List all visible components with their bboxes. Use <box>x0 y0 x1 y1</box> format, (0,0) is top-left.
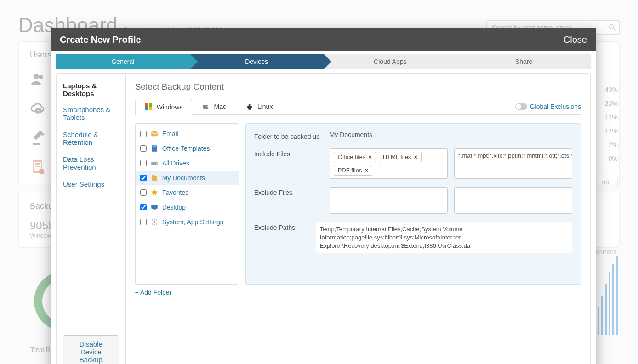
mail-icon <box>150 130 159 138</box>
step-general[interactable]: General <box>56 54 190 69</box>
nav-dlp[interactable]: Data Loss Prevention <box>63 155 119 171</box>
include-chipbox[interactable]: Office files×HTML files×PDF files× <box>330 148 448 179</box>
backup-details-panel: Folder to be backed up My Documents Incl… <box>245 123 581 285</box>
doc-icon <box>150 174 159 182</box>
desktop-icon <box>150 203 159 211</box>
nav-usersettings[interactable]: User Settings <box>63 180 119 188</box>
svg-line-1 <box>614 29 616 31</box>
exclude-extensions[interactable] <box>454 187 572 214</box>
folder-label: System, App Settings <box>162 218 223 226</box>
summary-list: 43% 33% 11% 11% 2% 0% rce <box>595 83 618 191</box>
folder-checkbox[interactable] <box>140 145 147 152</box>
nav-heading: Laptops & Desktops <box>63 82 119 97</box>
tab-windows[interactable]: Windows <box>135 99 193 115</box>
include-chip[interactable]: HTML files× <box>379 152 422 162</box>
folder-label: Office Templates <box>162 145 210 152</box>
nav-schedule[interactable]: Schedule & Retention <box>63 131 119 146</box>
folder-checkbox[interactable] <box>140 219 147 225</box>
wizard-steps: General Devices Cloud Apps Share <box>56 54 591 69</box>
svg-point-13 <box>247 104 252 110</box>
svg-rect-22 <box>151 205 158 209</box>
svg-point-2 <box>34 74 39 79</box>
svg-point-3 <box>39 75 43 79</box>
office-icon <box>150 144 159 153</box>
star-icon <box>150 188 159 197</box>
folder-label: Folder to be backed up <box>254 131 323 140</box>
exclude-paths-input[interactable] <box>316 222 572 253</box>
disable-backup-button[interactable]: Disable Device Backup <box>63 335 119 364</box>
drive-icon <box>150 159 159 167</box>
content-title: Select Backup Content <box>135 82 581 92</box>
svg-rect-24 <box>153 210 156 210</box>
folder-checkbox[interactable] <box>140 204 147 210</box>
gavel-icon <box>30 130 46 146</box>
folder-item-my-documents[interactable]: My Documents <box>136 171 239 185</box>
include-extensions[interactable]: *.maf;*.mpt;*.xltx;*.pptm;*.mhtml;*.ott;… <box>454 148 572 179</box>
windows-icon <box>145 103 153 111</box>
cloud-icon <box>30 100 46 117</box>
include-label: Include Files <box>254 148 323 179</box>
svg-rect-12 <box>149 107 152 110</box>
summary-button[interactable]: rce <box>595 173 618 191</box>
step-cloud[interactable]: Cloud Apps <box>324 54 457 69</box>
folder-item-favorites[interactable]: Favorites <box>136 185 239 200</box>
add-folder-link[interactable]: + Add Folder <box>135 289 172 296</box>
users-icon <box>30 71 46 87</box>
exclude-paths-label: Exclude Paths <box>254 222 309 253</box>
folder-value: My Documents <box>330 131 372 140</box>
svg-rect-10 <box>149 103 152 107</box>
tab-mac[interactable]: Mac <box>192 98 235 114</box>
exclude-label: Exclude Files <box>254 187 323 214</box>
search-icon[interactable] <box>608 23 617 32</box>
create-profile-modal: Create New Profile Close General Devices… <box>51 28 596 364</box>
folder-label: My Documents <box>162 174 205 182</box>
svg-point-15 <box>250 105 251 106</box>
folder-label: All Drives <box>162 159 189 167</box>
mac-icon <box>202 102 210 111</box>
settings-nav: Laptops & Desktops Smartphones & Tablets… <box>56 73 125 364</box>
folder-label: Favorites <box>162 189 189 196</box>
folder-item-office-templates[interactable]: Office Templates <box>136 141 239 156</box>
folder-list: Email Office Templates All Drives My Doc… <box>135 123 239 285</box>
linux-icon <box>245 102 254 111</box>
folder-item-all-drives[interactable]: All Drives <box>136 156 239 171</box>
chip-remove-icon[interactable]: × <box>368 154 372 160</box>
svg-rect-11 <box>145 107 148 110</box>
activities-chart <box>594 256 618 335</box>
svg-point-21 <box>156 163 157 164</box>
svg-rect-23 <box>153 209 155 210</box>
folder-checkbox[interactable] <box>140 131 147 137</box>
tab-linux[interactable]: Linux <box>236 98 282 114</box>
folder-checkbox[interactable] <box>140 175 147 181</box>
global-exclusions-toggle[interactable]: Global Exclusions <box>515 103 581 110</box>
toggle-icon <box>515 103 527 110</box>
svg-rect-18 <box>153 147 156 148</box>
svg-point-0 <box>609 24 614 29</box>
chip-remove-icon[interactable]: × <box>365 167 368 174</box>
folder-item-desktop[interactable]: Desktop <box>136 200 239 215</box>
close-button[interactable]: Close <box>564 34 587 45</box>
step-share[interactable]: Share <box>457 54 591 69</box>
step-devices[interactable]: Devices <box>190 54 324 69</box>
include-chip[interactable]: PDF files× <box>334 165 372 176</box>
exclude-chipbox[interactable] <box>330 187 448 214</box>
folder-checkbox[interactable] <box>140 160 147 166</box>
folder-item-email[interactable]: Email <box>136 126 239 141</box>
svg-rect-9 <box>145 103 148 107</box>
include-chip[interactable]: Office files× <box>334 152 376 162</box>
folder-label: Desktop <box>162 204 186 211</box>
folder-item-system-app-settings[interactable]: System, App Settings <box>136 215 239 229</box>
folder-checkbox[interactable] <box>140 189 147 196</box>
svg-point-14 <box>248 105 249 106</box>
chip-remove-icon[interactable]: × <box>414 154 417 160</box>
document-alert-icon <box>30 159 46 176</box>
folder-label: Email <box>162 130 178 137</box>
nav-smartphones[interactable]: Smartphones & Tablets <box>63 106 119 121</box>
svg-point-8 <box>39 169 45 174</box>
svg-rect-19 <box>153 148 156 149</box>
gear-icon <box>150 218 159 226</box>
modal-title: Create New Profile <box>60 34 141 45</box>
svg-point-25 <box>153 221 155 223</box>
